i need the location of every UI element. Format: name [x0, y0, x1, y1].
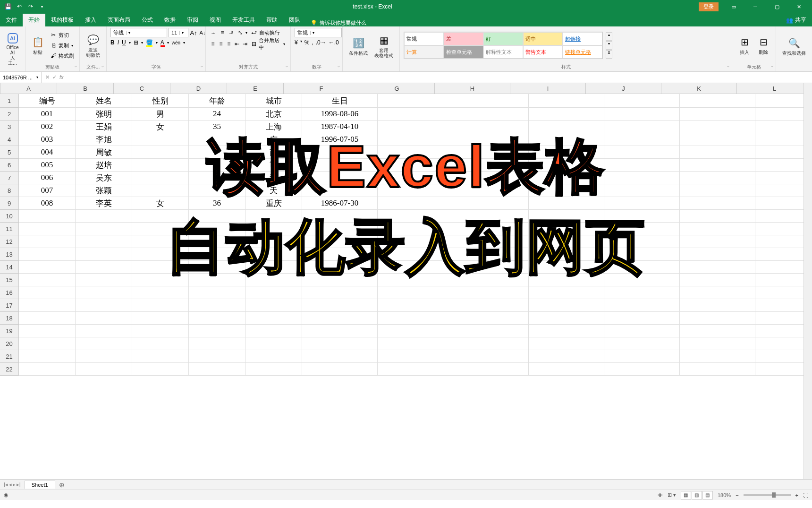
undo-icon[interactable]: ↶ [15, 2, 24, 11]
cell[interactable] [755, 325, 804, 337]
cell[interactable] [245, 299, 302, 312]
cell[interactable] [755, 337, 804, 350]
cell[interactable] [453, 197, 529, 210]
cell[interactable] [604, 184, 680, 197]
minimize-icon[interactable]: ─ [745, 0, 766, 13]
cell[interactable] [378, 350, 453, 363]
cell[interactable] [604, 248, 680, 261]
cell[interactable] [76, 210, 132, 223]
cancel-formula-icon[interactable]: ✕ [45, 74, 50, 80]
cell[interactable]: 重 [245, 159, 302, 172]
cell[interactable] [189, 286, 245, 299]
cell[interactable] [189, 235, 245, 248]
orientation-icon[interactable]: ⤡ [237, 29, 244, 36]
cell[interactable]: 1998-08-06 [302, 108, 378, 121]
cell[interactable] [680, 299, 755, 312]
row-header[interactable]: 11 [0, 223, 19, 235]
cell[interactable] [604, 350, 680, 363]
cell[interactable]: 周敏 [76, 146, 132, 159]
column-header[interactable]: B [57, 83, 114, 94]
cell[interactable] [529, 210, 604, 223]
align-right-icon[interactable]: ≡ [226, 40, 232, 48]
fullscreen-icon[interactable]: ⛶ [803, 492, 808, 498]
cell[interactable] [529, 121, 604, 133]
page-layout-icon[interactable]: ▥ [692, 491, 702, 499]
cell[interactable] [245, 350, 302, 363]
cell[interactable] [755, 286, 804, 299]
row-header[interactable]: 14 [0, 261, 19, 274]
vertical-scrollbar[interactable] [804, 83, 812, 479]
cell[interactable] [755, 159, 804, 172]
cell[interactable] [302, 363, 378, 376]
cell[interactable] [755, 172, 804, 184]
cell[interactable] [529, 337, 604, 350]
share-button[interactable]: 👥 共享 [780, 14, 812, 26]
tab-开发工具[interactable]: 开发工具 [227, 14, 261, 26]
cell[interactable] [76, 325, 132, 337]
conditional-format-button[interactable]: 🔢 条件格式 [347, 36, 370, 57]
cell[interactable] [19, 299, 76, 312]
cell[interactable]: 性别 [132, 94, 189, 108]
cell[interactable] [189, 299, 245, 312]
cell[interactable] [680, 197, 755, 210]
cell[interactable] [245, 248, 302, 261]
cell[interactable] [529, 363, 604, 376]
cell[interactable] [132, 312, 189, 325]
cell[interactable] [529, 274, 604, 286]
increase-decimal-icon[interactable]: .0→ [316, 39, 326, 46]
cell[interactable] [378, 108, 453, 121]
cell[interactable] [755, 261, 804, 274]
cell[interactable] [76, 223, 132, 235]
cell-style-option[interactable]: 警告文本 [523, 45, 563, 59]
cell[interactable] [680, 274, 755, 286]
cell[interactable] [529, 248, 604, 261]
zoom-slider[interactable] [744, 494, 791, 496]
underline-button[interactable]: U [122, 39, 126, 46]
cell[interactable] [604, 94, 680, 108]
cell[interactable]: 36 [189, 197, 245, 210]
column-header[interactable]: G [359, 83, 435, 94]
cell[interactable] [76, 363, 132, 376]
cell[interactable] [378, 312, 453, 325]
cell[interactable] [680, 210, 755, 223]
column-header[interactable]: J [586, 83, 661, 94]
column-header[interactable]: I [510, 83, 586, 94]
cell[interactable] [132, 261, 189, 274]
cell[interactable] [19, 248, 76, 261]
decrease-decimal-icon[interactable]: ←.0 [329, 39, 339, 46]
tab-页面布局[interactable]: 页面布局 [102, 14, 136, 26]
row-header[interactable]: 13 [0, 248, 19, 261]
increase-font-icon[interactable]: A↑ [190, 29, 197, 36]
cell[interactable]: 生日 [302, 94, 378, 108]
font-size-dropdown[interactable]: 11▾ [169, 28, 188, 37]
cell[interactable] [19, 235, 76, 248]
cell-style-option[interactable]: 差 [444, 32, 483, 45]
cell[interactable] [132, 235, 189, 248]
cell[interactable]: 1986-07-30 [302, 197, 378, 210]
cell[interactable] [302, 261, 378, 274]
cell[interactable] [76, 248, 132, 261]
cell[interactable]: 天 [245, 184, 302, 197]
cell[interactable] [453, 337, 529, 350]
cell[interactable] [755, 133, 804, 146]
copy-button[interactable]: ⎘复制▾ [48, 41, 76, 50]
cell[interactable]: 吴东 [76, 172, 132, 184]
align-top-icon[interactable]: ⫠ [210, 29, 217, 36]
cell[interactable] [302, 312, 378, 325]
cell-style-option[interactable]: 适中 [523, 32, 563, 45]
cell[interactable] [453, 108, 529, 121]
cell[interactable] [189, 312, 245, 325]
cell[interactable] [529, 325, 604, 337]
cell[interactable] [378, 210, 453, 223]
cell[interactable] [755, 274, 804, 286]
cell-styles-gallery[interactable]: 常规差好适中超链接计算检查单元格解释性文本警告文本链接单元格 [404, 32, 603, 59]
row-header[interactable]: 12 [0, 235, 19, 248]
cell[interactable] [19, 312, 76, 325]
cell[interactable] [529, 172, 604, 184]
cell[interactable] [604, 159, 680, 172]
cell[interactable] [302, 184, 378, 197]
cell-style-option[interactable]: 解释性文本 [483, 45, 523, 59]
cell[interactable] [680, 159, 755, 172]
cell[interactable] [132, 184, 189, 197]
cell-style-option[interactable]: 好 [483, 32, 523, 45]
